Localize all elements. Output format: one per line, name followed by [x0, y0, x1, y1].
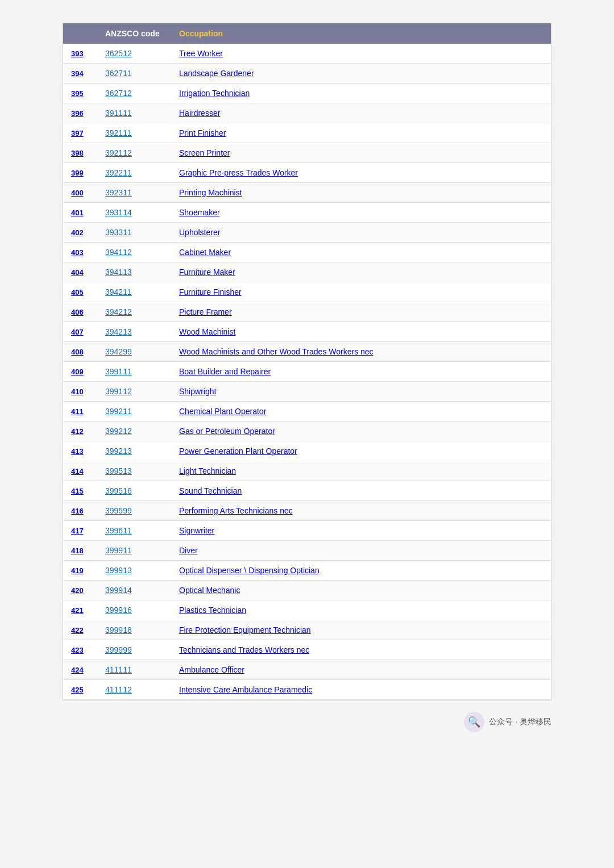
anzsco-code-link[interactable]: 399213 [105, 446, 132, 456]
row-number-link[interactable]: 407 [71, 328, 84, 336]
anzsco-code-link[interactable]: 399611 [105, 526, 132, 535]
occupation-link[interactable]: Boat Builder and Repairer [179, 367, 271, 376]
row-number-link[interactable]: 415 [71, 487, 84, 495]
row-number-link[interactable]: 424 [71, 666, 84, 674]
occupation-link[interactable]: Screen Printer [179, 148, 230, 157]
occupation-link[interactable]: Plastics Technician [179, 606, 246, 615]
anzsco-code-link[interactable]: 399513 [105, 466, 132, 475]
row-number-link[interactable]: 399 [71, 169, 84, 177]
occupation-link[interactable]: Wood Machinist [179, 327, 235, 336]
row-number-link[interactable]: 397 [71, 129, 84, 137]
anzsco-code-link[interactable]: 399999 [105, 645, 132, 654]
row-number-link[interactable]: 410 [71, 387, 84, 396]
row-number-link[interactable]: 414 [71, 467, 84, 475]
anzsco-code-link[interactable]: 362512 [105, 49, 132, 58]
occupation-link[interactable]: Ambulance Officer [179, 665, 244, 674]
anzsco-code-link[interactable]: 392112 [105, 148, 132, 157]
row-number-link[interactable]: 416 [71, 507, 84, 515]
row-number-link[interactable]: 406 [71, 308, 84, 316]
anzsco-code-link[interactable]: 399211 [105, 407, 132, 416]
row-number-link[interactable]: 402 [71, 228, 84, 237]
anzsco-code-cell: 392112 [97, 143, 171, 163]
occupation-link[interactable]: Optical Mechanic [179, 586, 240, 595]
anzsco-code-link[interactable]: 362711 [105, 69, 132, 78]
anzsco-code-link[interactable]: 399916 [105, 606, 132, 615]
anzsco-code-link[interactable]: 411111 [105, 665, 132, 674]
occupation-link[interactable]: Furniture Maker [179, 268, 235, 277]
row-number-link[interactable]: 413 [71, 447, 84, 456]
row-number-link[interactable]: 405 [71, 288, 84, 297]
occupation-link[interactable]: Wood Machinists and Other Wood Trades Wo… [179, 347, 374, 356]
occupation-link[interactable]: Picture Framer [179, 307, 232, 316]
row-number-link[interactable]: 411 [71, 407, 84, 416]
row-number-link[interactable]: 403 [71, 248, 84, 257]
row-number-link[interactable]: 408 [71, 348, 84, 356]
occupation-link[interactable]: Fire Protection Equipment Technician [179, 625, 311, 635]
anzsco-code-link[interactable]: 399918 [105, 625, 132, 635]
occupation-link[interactable]: Printing Machinist [179, 188, 242, 197]
occupation-link[interactable]: Performing Arts Technicians nec [179, 506, 293, 515]
occupation-link[interactable]: Gas or Petroleum Operator [179, 427, 275, 436]
anzsco-code-link[interactable]: 394112 [105, 248, 132, 257]
occupation-link[interactable]: Irrigation Technician [179, 89, 250, 98]
occupation-link[interactable]: Upholsterer [179, 228, 220, 237]
anzsco-code-link[interactable]: 391111 [105, 108, 132, 118]
anzsco-code-link[interactable]: 393114 [105, 208, 132, 217]
occupation-link[interactable]: Technicians and Trades Workers nec [179, 645, 309, 654]
anzsco-code-link[interactable]: 393311 [105, 228, 132, 237]
anzsco-code-link[interactable]: 399111 [105, 367, 132, 376]
anzsco-code-link[interactable]: 392311 [105, 188, 132, 197]
occupation-link[interactable]: Print Finisher [179, 128, 226, 137]
anzsco-code-link[interactable]: 399599 [105, 506, 132, 515]
occupation-link[interactable]: Furniture Finisher [179, 287, 242, 297]
row-number-link[interactable]: 398 [71, 149, 84, 157]
anzsco-code-link[interactable]: 399212 [105, 427, 132, 436]
anzsco-code-link[interactable]: 394212 [105, 307, 132, 316]
anzsco-code-link[interactable]: 392211 [105, 168, 132, 177]
row-number-link[interactable]: 394 [71, 69, 84, 78]
anzsco-code-link[interactable]: 394299 [105, 347, 132, 356]
anzsco-code-link[interactable]: 394211 [105, 287, 132, 297]
occupation-link[interactable]: Light Technician [179, 466, 236, 475]
occupation-link[interactable]: Shoemaker [179, 208, 220, 217]
row-number-link[interactable]: 425 [71, 686, 84, 694]
anzsco-code-link[interactable]: 362712 [105, 89, 132, 98]
anzsco-code-link[interactable]: 399914 [105, 586, 132, 595]
anzsco-code-link[interactable]: 392111 [105, 128, 132, 137]
row-number-link[interactable]: 400 [71, 189, 84, 197]
occupation-link[interactable]: Signwriter [179, 526, 214, 535]
occupation-link[interactable]: Sound Technician [179, 486, 242, 495]
anzsco-code-link[interactable]: 399516 [105, 486, 132, 495]
row-number-link[interactable]: 396 [71, 109, 84, 118]
anzsco-code-link[interactable]: 399911 [105, 546, 132, 555]
anzsco-code-link[interactable]: 394113 [105, 268, 132, 277]
row-number-link[interactable]: 393 [71, 49, 84, 58]
row-number-link[interactable]: 423 [71, 646, 84, 654]
occupation-link[interactable]: Shipwright [179, 387, 216, 396]
anzsco-code-link[interactable]: 411112 [105, 685, 132, 694]
anzsco-code-link[interactable]: 394213 [105, 327, 132, 336]
row-number-link[interactable]: 404 [71, 268, 84, 277]
row-number-link[interactable]: 412 [71, 427, 84, 436]
row-number-link[interactable]: 420 [71, 586, 84, 595]
occupation-link[interactable]: Chemical Plant Operator [179, 407, 266, 416]
row-number-link[interactable]: 418 [71, 546, 84, 555]
occupation-link[interactable]: Intensive Care Ambulance Paramedic [179, 685, 312, 694]
anzsco-code-link[interactable]: 399913 [105, 566, 132, 575]
occupation-link[interactable]: Cabinet Maker [179, 248, 231, 257]
row-number-link[interactable]: 395 [71, 89, 84, 98]
occupation-link[interactable]: Hairdresser [179, 108, 220, 118]
row-number-link[interactable]: 421 [71, 606, 84, 615]
row-number-link[interactable]: 401 [71, 208, 84, 217]
occupation-link[interactable]: Power Generation Plant Operator [179, 446, 297, 456]
anzsco-code-link[interactable]: 399112 [105, 387, 132, 396]
occupation-link[interactable]: Tree Worker [179, 49, 223, 58]
row-number-link[interactable]: 417 [71, 527, 84, 535]
occupation-link[interactable]: Optical Dispenser \ Dispensing Optician [179, 566, 320, 575]
row-number-link[interactable]: 409 [71, 368, 84, 376]
occupation-link[interactable]: Graphic Pre-press Trades Worker [179, 168, 298, 177]
row-number-link[interactable]: 419 [71, 566, 84, 575]
occupation-link[interactable]: Diver [179, 546, 198, 555]
occupation-link[interactable]: Landscape Gardener [179, 69, 254, 78]
row-number-link[interactable]: 422 [71, 626, 84, 635]
